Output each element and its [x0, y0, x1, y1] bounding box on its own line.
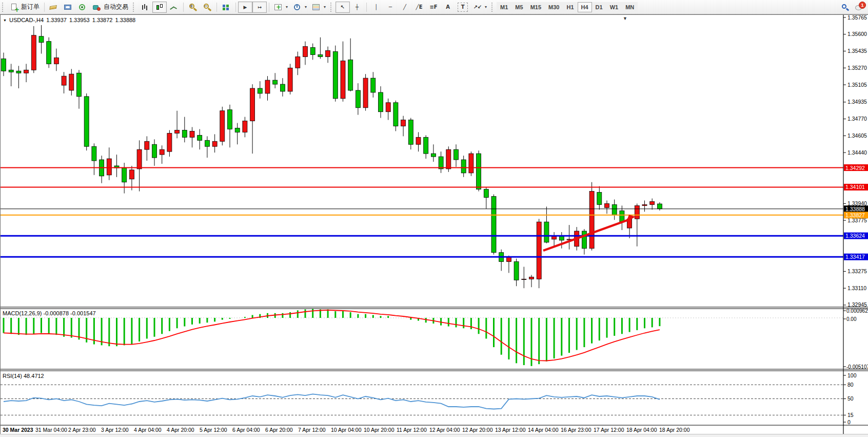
autotrading-button[interactable]: 自动交易 — [90, 2, 131, 13]
symbol-period-label: USDCAD-,H4 — [9, 17, 44, 23]
rsi-scale-label: 0 — [847, 419, 851, 425]
time-axis-label: 5 Apr 12:00 — [200, 427, 227, 433]
svg-text:1.32945: 1.32945 — [847, 301, 867, 308]
chart-window[interactable]: 1.357651.356001.354351.352701.351051.349… — [0, 14, 868, 434]
price-badge: 1.33417 — [844, 254, 868, 260]
time-axis-label: 18 Apr 20:00 — [659, 427, 690, 433]
toolbar-grip[interactable] — [2, 3, 5, 12]
publish-chart-icon — [64, 3, 73, 11]
period-button-H4[interactable]: H4 — [578, 2, 592, 12]
gold-button[interactable] — [47, 2, 61, 13]
text-label-icon: T — [458, 3, 468, 12]
candles-layer — [2, 25, 662, 288]
period-button-M5[interactable]: M5 — [511, 2, 526, 12]
toolbar-grip[interactable] — [330, 3, 333, 12]
fibonacci-button[interactable]: ≡F — [426, 2, 441, 13]
time-axis-label: 6 Apr 04:00 — [232, 427, 260, 433]
cursor-button[interactable]: ↖ — [336, 2, 350, 13]
vertical-line-icon: │ — [371, 3, 381, 11]
indicators-button[interactable]: +▾ — [271, 2, 290, 13]
period-button-M30[interactable]: M30 — [545, 2, 563, 12]
line-studies-toolbar: ↖┼│─╱╱E≡FAT↗↙▾ — [328, 0, 489, 14]
templates-button[interactable]: ▾ — [309, 2, 328, 13]
period-button-M15[interactable]: M15 — [527, 2, 545, 12]
time-axis-label: 17 Apr 12:00 — [594, 427, 624, 433]
candlestick-chart-button[interactable] — [152, 2, 167, 13]
macd-signal-value: -0.001547 — [70, 310, 96, 316]
candlestick-chart-icon — [155, 3, 164, 11]
svg-text:1.33624: 1.33624 — [845, 233, 865, 239]
svg-text:1.34440: 1.34440 — [847, 149, 867, 156]
time-axis-label: 7 Apr 12:00 — [298, 427, 326, 433]
svg-text:1.35105: 1.35105 — [847, 82, 867, 88]
line-chart-button[interactable] — [167, 2, 181, 13]
vertical-line-button[interactable]: │ — [369, 2, 383, 13]
text-button[interactable]: A — [441, 2, 455, 13]
text-icon: A — [443, 3, 452, 11]
autotrading-button-label: 自动交易 — [104, 3, 128, 11]
bar-chart-icon — [141, 3, 150, 11]
chevron-down-icon[interactable]: ▾ — [286, 5, 288, 9]
svg-text:1.34935: 1.34935 — [847, 99, 867, 105]
notifications-icon[interactable]: 1 — [855, 3, 864, 11]
period-button-MN[interactable]: MN — [622, 2, 638, 12]
horizontal-line-button[interactable]: ─ — [383, 2, 398, 13]
chart-shift-marker-icon[interactable]: ▼ — [623, 16, 627, 21]
period-button-D1[interactable]: D1 — [592, 2, 606, 12]
svg-text:1.33827: 1.33827 — [845, 212, 865, 218]
standard-toolbar: 新订单自动交易 — [0, 0, 131, 14]
time-axis-label: 3 Apr 12:00 — [101, 427, 129, 433]
price-badge: 1.34292 — [844, 164, 868, 171]
svg-text:1.35435: 1.35435 — [847, 48, 867, 54]
templates-icon — [312, 3, 321, 11]
chevron-down-icon[interactable]: ▾ — [324, 5, 326, 9]
new-order-button[interactable]: 新订单 — [7, 2, 42, 13]
arrows-button[interactable]: ↗↙▾ — [470, 2, 489, 13]
svg-text:1.33275: 1.33275 — [847, 268, 867, 274]
rsi-scale-label: 50 — [847, 395, 854, 402]
search-icon[interactable] — [840, 3, 850, 11]
svg-text:1.35600: 1.35600 — [847, 31, 867, 37]
period-button-M1[interactable]: M1 — [497, 2, 511, 12]
equidistant-channel-button[interactable]: ╱E — [412, 2, 426, 13]
periods-button[interactable]: ▾ — [290, 2, 309, 13]
trendline-button[interactable]: ╱ — [398, 2, 412, 13]
svg-text:1.33110: 1.33110 — [847, 285, 866, 291]
horizontal-line-icon: ─ — [386, 3, 395, 11]
chart-canvas[interactable]: 1.357651.356001.354351.352701.351051.349… — [1, 15, 868, 434]
publish-chart-button[interactable] — [61, 2, 75, 13]
zoom-in-button[interactable]: + — [186, 2, 200, 13]
new-order-icon — [10, 3, 19, 11]
auto-scroll-icon: ▶ — [241, 3, 250, 11]
text-label-button[interactable]: T — [455, 2, 470, 13]
zoom-out-button[interactable]: − — [200, 2, 214, 13]
auto-scroll-button[interactable]: ▶ — [238, 2, 252, 13]
period-button-W1[interactable]: W1 — [606, 2, 622, 12]
bar-chart-button[interactable] — [138, 2, 152, 13]
fibonacci-icon: ≡F — [429, 3, 438, 11]
price-badge: 1.33888 — [844, 205, 868, 212]
price-badge: 1.33624 — [844, 233, 868, 239]
tile-windows-icon — [222, 3, 231, 11]
time-axis-label: 2 Apr 23:00 — [68, 427, 96, 433]
equidistant-channel-icon: ╱E — [415, 3, 424, 11]
svg-text:1.34292: 1.34292 — [845, 165, 865, 171]
crosshair-button[interactable]: ┼ — [350, 2, 364, 13]
chart-shift-button[interactable]: ↦ — [252, 2, 267, 13]
indicators-icon: + — [274, 3, 283, 11]
toolbar-grip[interactable] — [133, 3, 135, 12]
chevron-down-icon[interactable]: ▾ — [485, 5, 487, 9]
gold-icon — [49, 3, 58, 11]
rsi-current-value: 48.4712 — [24, 373, 44, 379]
period-button-H1[interactable]: H1 — [563, 2, 577, 12]
signals-button[interactable] — [75, 2, 90, 13]
toolbar-separator — [235, 3, 236, 12]
main-toolbar: 新订单自动交易+−▶↦+▾▾▾↖┼│─╱╱E≡FAT↗↙▾M1M5M15M30H… — [0, 0, 868, 14]
chevron-down-icon[interactable]: ▾ — [305, 5, 307, 9]
tile-windows-button[interactable] — [219, 2, 233, 13]
toolbar-grip[interactable] — [491, 3, 494, 12]
rsi-scale-label: 100 — [847, 372, 857, 378]
periods-icon — [293, 3, 302, 11]
crosshair-icon: ┼ — [352, 3, 362, 11]
symbol-dropdown-icon[interactable]: ▼ — [3, 18, 7, 22]
